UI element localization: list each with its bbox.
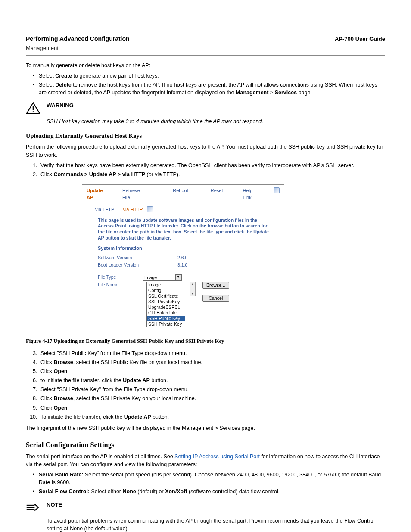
- tab-corner-icon: [274, 187, 280, 193]
- page-header-left: Performing Advanced Configuration: [26, 34, 130, 43]
- serial-heading: Serial Configuration Settings: [26, 440, 385, 450]
- dropdown-scrollbar[interactable]: ▲▼: [190, 282, 196, 296]
- boot-loader-version-label: Boot Loader Version: [98, 262, 143, 268]
- step-2: Click Commands > Update AP > via HTTP (o…: [39, 171, 385, 178]
- serial-flow-bullet: Serial Flow Control: Select either None …: [39, 488, 385, 495]
- page-header-subtitle: Management: [26, 44, 385, 53]
- step-8: Click Browse, select the SSH Private Key…: [39, 395, 385, 402]
- note-body: To avoid potential problems when communi…: [47, 517, 385, 532]
- step-9: Click Open.: [39, 404, 385, 412]
- subtab-corner-icon: [147, 206, 153, 212]
- tab-reboot[interactable]: Reboot: [173, 187, 188, 201]
- fingerprint-paragraph: The fingerprint of the new SSH public ke…: [26, 424, 385, 432]
- step-7: Select "SSH Private Key" from the File T…: [39, 386, 385, 393]
- step-3: Select "SSH Public Key" from the File Ty…: [39, 349, 385, 357]
- note-title: NOTE: [47, 501, 62, 509]
- browse-button[interactable]: Browse...: [202, 282, 229, 289]
- dd-opt-ssl-cert[interactable]: SSL Certificate: [147, 293, 185, 299]
- file-type-label: File Type: [98, 274, 143, 280]
- figure-caption: Figure 4-17 Uploading an Externally Gene…: [26, 337, 385, 345]
- step-10: To initiate the file transfer, click the…: [39, 413, 385, 421]
- dropdown-arrow-icon[interactable]: ▼: [175, 274, 181, 280]
- step-5: Click Open.: [39, 367, 385, 375]
- subtab-via-tftp[interactable]: via TFTP: [95, 206, 114, 213]
- upload-paragraph: Perform the following procedure to uploa…: [26, 143, 385, 159]
- serial-paragraph: The serial port interface on the AP is e…: [26, 453, 385, 468]
- page-header-right: AP-700 User Guide: [335, 35, 385, 44]
- dd-opt-ssl-privkey[interactable]: SSL PrivateKey: [147, 299, 185, 305]
- step-1: Verify that the host keys have been exte…: [39, 162, 385, 169]
- step-6: to initiate the file transfer, click the…: [39, 376, 385, 384]
- note-icon: [26, 501, 40, 516]
- software-version-value: 2.6.0: [177, 255, 187, 261]
- subtab-via-http[interactable]: via HTTP: [123, 206, 143, 213]
- tab-help-link[interactable]: Help Link: [243, 187, 263, 201]
- dd-opt-upgradebspbl[interactable]: UpgradeBSPBL: [147, 305, 185, 310]
- warning-title: WARNING: [47, 102, 74, 110]
- software-version-label: Software Version: [98, 255, 143, 261]
- boot-loader-version-value: 3.1.0: [177, 262, 187, 268]
- svg-point-2: [32, 111, 34, 112]
- intro-lead: To manually generate or delete host keys…: [26, 62, 385, 69]
- dd-opt-cli-batch[interactable]: CLI Batch File: [147, 310, 185, 316]
- serial-port-link[interactable]: Setting IP Address using Serial Port: [174, 454, 260, 460]
- warning-body: SSH Host key creation may take 3 to 4 mi…: [47, 118, 385, 125]
- dd-opt-ssh-public-key[interactable]: SSH Public Key: [147, 316, 185, 321]
- header-rule: [26, 55, 385, 56]
- file-type-select[interactable]: Image ▼: [143, 274, 182, 281]
- system-information-title: System Information: [98, 245, 272, 252]
- serial-baud-bullet: Serial Baud Rate: Select the serial port…: [39, 471, 385, 486]
- figure-screenshot: Update AP Retrieve File Reboot Reset Hel…: [82, 184, 284, 333]
- file-type-dropdown-list[interactable]: Image Config SSL Certificate SSL Private…: [146, 282, 185, 327]
- intro-bullet-create: Select Create to generate a new pair of …: [39, 72, 385, 80]
- screenshot-description: This page is used to update software ima…: [98, 218, 272, 241]
- dd-opt-config[interactable]: Config: [147, 288, 185, 293]
- warning-icon: [26, 102, 40, 117]
- upload-heading: Uploading Externally Generated Host Keys: [26, 131, 385, 140]
- dd-opt-image[interactable]: Image: [147, 282, 185, 288]
- cancel-button[interactable]: Cancel: [202, 295, 229, 302]
- step-4: Click Browse, select the SSH Public Key …: [39, 358, 385, 366]
- file-name-label: File Name: [98, 282, 143, 288]
- tab-update-ap[interactable]: Update AP: [87, 187, 110, 201]
- tab-retrieve-file[interactable]: Retrieve File: [122, 187, 149, 201]
- dd-opt-ssh-private-key[interactable]: SSH Private Key: [147, 321, 185, 327]
- tab-reset[interactable]: Reset: [211, 187, 223, 201]
- intro-bullet-delete: Select Delete to remove the host keys fr…: [39, 81, 385, 96]
